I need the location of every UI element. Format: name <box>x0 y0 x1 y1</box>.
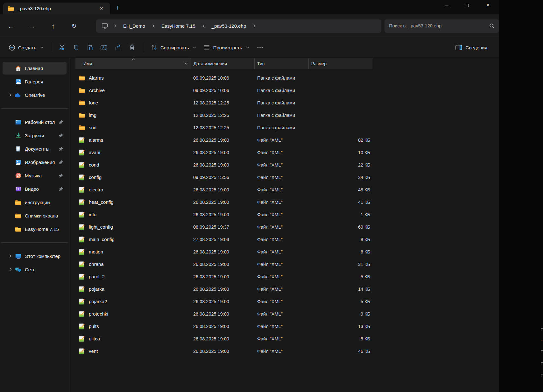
file-name: config <box>89 175 102 180</box>
column-header-type[interactable]: Тип <box>255 58 309 69</box>
sidebar-item-документы[interactable]: Документы <box>3 142 67 155</box>
table-row[interactable]: pults26.08.2025 19:00Файл "XML"13 КБ <box>75 320 372 332</box>
column-header-name[interactable]: Имя <box>75 58 191 69</box>
chevron-right-icon[interactable] <box>6 267 15 271</box>
table-row[interactable]: Archive09.09.2025 10:06Папка с файлами <box>75 84 372 96</box>
table-row[interactable]: vent26.08.2025 19:00Файл "XML"46 КБ <box>75 345 372 357</box>
table-row[interactable]: cond26.08.2025 19:00Файл "XML"22 КБ <box>75 159 372 171</box>
file-name-cell[interactable]: snd <box>75 125 191 130</box>
sidebar-item-главная[interactable]: Главная <box>3 62 67 75</box>
file-name-cell[interactable]: heat_config <box>75 199 191 205</box>
table-row[interactable]: info26.08.2025 19:00Файл "XML"1 КБ <box>75 208 372 221</box>
delete-button[interactable] <box>125 41 139 53</box>
file-name-cell[interactable]: pojarka2 <box>75 298 191 305</box>
close-icon: ✕ <box>486 3 490 7</box>
table-row[interactable]: snd12.08.2025 12:25Папка с файлами <box>75 121 372 134</box>
rename-button[interactable] <box>97 41 111 53</box>
file-name-cell[interactable]: img <box>75 112 191 118</box>
file-name-cell[interactable]: alarms <box>75 137 191 143</box>
column-filter-chevron-icon[interactable] <box>184 61 188 67</box>
table-row[interactable]: ulitca26.08.2025 19:00Файл "XML"5 КБ <box>75 332 372 345</box>
close-button[interactable]: ✕ <box>481 0 495 11</box>
more-options-button[interactable] <box>253 41 267 53</box>
file-name-cell[interactable]: fone <box>75 100 191 105</box>
file-name-cell[interactable]: Archive <box>75 88 191 93</box>
create-button[interactable]: Создать <box>5 41 47 53</box>
cut-button[interactable] <box>55 41 69 53</box>
file-name-cell[interactable]: main_config <box>75 236 191 243</box>
table-row[interactable]: alarms26.08.2025 19:00Файл "XML"82 КБ <box>75 134 372 146</box>
file-name-cell[interactable]: parol_2 <box>75 273 191 280</box>
column-header-size[interactable]: Размер <box>309 58 372 69</box>
up-button[interactable]: ↑ <box>47 20 60 32</box>
breadcrumb-item[interactable]: EH_Demo <box>120 22 148 30</box>
file-name-cell[interactable]: avarii <box>75 149 191 156</box>
sidebar-item-видео[interactable]: Видео <box>3 182 67 195</box>
sidebar-item-снимки-экрана[interactable]: Снимки экрана <box>3 209 67 222</box>
table-row[interactable]: electro26.08.2025 19:00Файл "XML"48 КБ <box>75 183 372 196</box>
table-row[interactable]: parol_226.08.2025 19:00Файл "XML"5 КБ <box>75 270 372 283</box>
back-button[interactable]: ← <box>5 20 18 32</box>
file-name-cell[interactable]: ulitca <box>75 335 191 342</box>
table-row[interactable]: motion26.08.2025 19:00Файл "XML"6 КБ <box>75 246 372 258</box>
search-box[interactable] <box>384 19 499 32</box>
table-row[interactable]: pojarka26.08.2025 19:00Файл "XML"14 КБ <box>75 283 372 295</box>
sort-button[interactable]: Сортировать <box>147 41 200 53</box>
breadcrumb[interactable]: EH_DemoEasyHome 7.15_pav53-120.ehp <box>96 19 381 32</box>
file-name-cell[interactable]: vent <box>75 348 191 354</box>
explorer-tab[interactable]: _pav53-120.ehp ✕ <box>3 3 110 14</box>
details-pane-button[interactable]: Сведения <box>452 41 491 53</box>
file-name-cell[interactable]: ohrana <box>75 261 191 267</box>
sidebar-item-изображения[interactable]: Изображения <box>3 156 67 168</box>
breadcrumb-chevron-icon[interactable] <box>250 24 258 28</box>
sidebar-item-easyhome-7.15[interactable]: EasyHome 7.15 <box>3 223 67 235</box>
table-row[interactable]: Alarms09.09.2025 10:06Папка с файлами <box>75 72 372 84</box>
chevron-right-icon[interactable] <box>6 254 15 258</box>
share-button[interactable] <box>111 41 125 53</box>
paste-button[interactable] <box>83 41 97 53</box>
file-name-cell[interactable]: info <box>75 211 191 218</box>
column-header-date[interactable]: Дата изменения <box>191 58 255 69</box>
refresh-button[interactable]: ↻ <box>68 20 81 32</box>
breadcrumb-item[interactable]: _pav53-120.ehp <box>208 22 249 30</box>
sidebar-item-галерея[interactable]: Галерея <box>3 75 67 88</box>
file-name-cell[interactable]: motion <box>75 248 191 255</box>
table-row[interactable]: config09.09.2025 15:56Файл "XML"34 КБ <box>75 171 372 183</box>
table-row[interactable]: img12.08.2025 12:25Папка с файлами <box>75 109 372 121</box>
table-row[interactable]: avarii26.08.2025 19:00Файл "XML"10 КБ <box>75 146 372 159</box>
sidebar-item-сеть[interactable]: Сеть <box>3 263 67 276</box>
copy-button[interactable] <box>69 41 83 53</box>
table-row[interactable]: heat_config26.08.2025 19:00Файл "XML"41 … <box>75 196 372 208</box>
new-tab-button[interactable]: + <box>112 2 123 14</box>
table-row[interactable]: pojarka226.08.2025 19:00Файл "XML"5 КБ <box>75 295 372 308</box>
file-name-cell[interactable]: config <box>75 174 191 181</box>
sidebar-item-onedrive[interactable]: OneDrive <box>3 89 67 101</box>
column-header-label: Тип <box>257 61 264 66</box>
sidebar-item-рабочий-стол[interactable]: Рабочий стол <box>3 116 67 128</box>
table-row[interactable]: protechki26.08.2025 19:00Файл "XML"9 КБ <box>75 308 372 320</box>
sidebar-item-загрузки[interactable]: Загрузки <box>3 129 67 142</box>
chevron-right-icon[interactable] <box>6 93 15 97</box>
file-name-cell[interactable]: pojarka <box>75 286 191 292</box>
view-button[interactable]: Просмотреть <box>200 41 253 53</box>
search-input[interactable] <box>389 23 486 28</box>
sidebar-item-музыка[interactable]: Музыка <box>3 169 67 182</box>
tab-close-icon[interactable]: ✕ <box>97 5 106 12</box>
file-name-cell[interactable]: Alarms <box>75 75 191 81</box>
file-name-cell[interactable]: protechki <box>75 310 191 317</box>
file-name-cell[interactable]: cond <box>75 161 191 168</box>
breadcrumb-item[interactable]: EasyHome 7.15 <box>158 22 199 30</box>
sidebar-item-инструкции[interactable]: инструкции <box>3 196 67 209</box>
file-name-cell[interactable]: pults <box>75 323 191 330</box>
sidebar-item-этот-компьютер[interactable]: Этот компьютер <box>3 250 67 262</box>
table-row[interactable]: ohrana26.08.2025 19:00Файл "XML"31 КБ <box>75 258 372 270</box>
file-name-cell[interactable]: light_config <box>75 224 191 230</box>
file-type: Файл "XML" <box>255 299 309 304</box>
table-row[interactable]: main_config27.08.2025 19:03Файл "XML"8 К… <box>75 233 372 246</box>
table-row[interactable]: light_config08.09.2025 19:37Файл "XML"69… <box>75 221 372 233</box>
forward-button[interactable]: → <box>26 20 39 32</box>
table-row[interactable]: fone12.08.2025 12:25Папка с файлами <box>75 96 372 109</box>
minimize-button[interactable] <box>439 0 454 11</box>
file-name-cell[interactable]: electro <box>75 186 191 193</box>
maximize-button[interactable] <box>460 0 475 11</box>
